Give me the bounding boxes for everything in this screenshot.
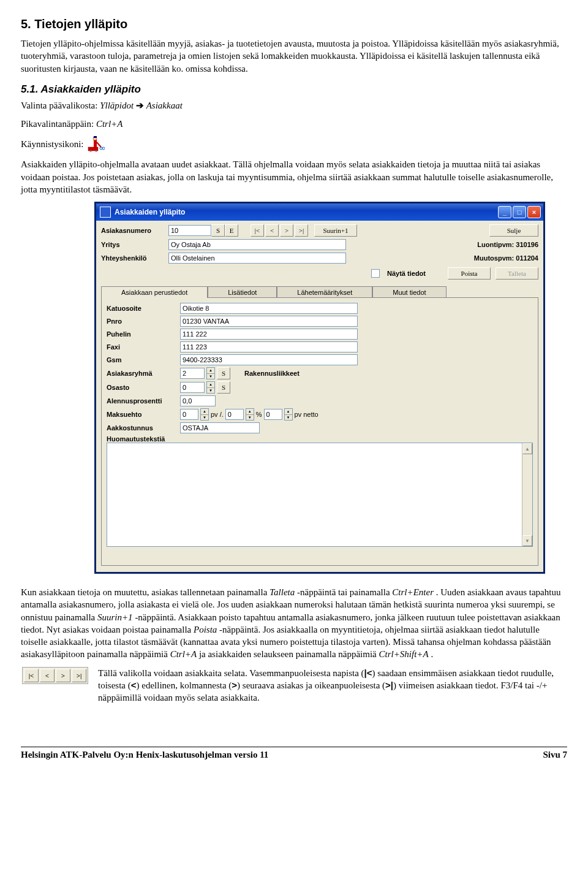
- input-puhelin[interactable]: [180, 329, 358, 340]
- memo-huomautus[interactable]: ▲ ▼: [107, 443, 533, 547]
- spin-maksuehto-b[interactable]: ▲▼: [246, 408, 254, 421]
- talleta-button[interactable]: Talleta: [496, 267, 538, 280]
- svg-rect-5: [94, 136, 97, 138]
- menu-item-2: Asiakkaat: [146, 101, 183, 110]
- input-asiakasryhma[interactable]: [180, 368, 205, 379]
- label-huom: Huomautustekstiä: [107, 435, 180, 443]
- label-maksuehto: Maksuehto: [107, 411, 180, 418]
- close-button[interactable]: ×: [527, 206, 541, 218]
- tab-muut[interactable]: Muut tiedot: [372, 286, 446, 298]
- poista-button[interactable]: Poista: [448, 267, 491, 280]
- subsection-title: 5.1. Asiakkaiden ylläpito: [21, 83, 567, 96]
- scroll-up-icon[interactable]: ▲: [522, 443, 532, 454]
- input-maksuehto-b[interactable]: [225, 409, 244, 420]
- maksuehto-text2: %: [256, 411, 262, 418]
- spin-osasto[interactable]: ▲▼: [206, 381, 215, 394]
- launch-label: Käynnistysikoni:: [21, 139, 84, 150]
- tab-lisatiedot[interactable]: Lisätiedot: [208, 286, 277, 298]
- asiakasryhma-s-button[interactable]: S: [217, 367, 230, 379]
- label-katuosoite: Katuosoite: [107, 305, 180, 312]
- maksuehto-text1: pv /.: [211, 411, 224, 418]
- nav-toolbar-inline: |< < > >|: [22, 667, 88, 684]
- sym-next: >: [232, 680, 237, 690]
- label-alennus: Alennusprosentti: [107, 397, 180, 405]
- maximize-button[interactable]: □: [513, 206, 526, 218]
- label-yhteyshenkilo: Yhteyshenkilö: [101, 254, 168, 262]
- tab-panel: Katuosoite Pnro Puhelin Faxi Gsm Asiakas…: [101, 297, 538, 566]
- nav-next-button[interactable]: >: [280, 224, 293, 237]
- asiakasryhma-name: Rakennusliikkeet: [244, 370, 300, 377]
- label-puhelin: Puhelin: [107, 330, 180, 338]
- scroll-down-icon[interactable]: ▼: [522, 535, 532, 546]
- label-asiakasnumero: Asiakasnumero: [101, 227, 168, 234]
- svg-point-7: [100, 147, 102, 150]
- svg-rect-0: [88, 147, 98, 151]
- osasto-s-button[interactable]: S: [217, 381, 230, 394]
- label-osasto: Osasto: [107, 384, 180, 391]
- label-pnro: Pnro: [107, 318, 180, 325]
- shortcut-prefix: Pikavalintanäppäin:: [21, 119, 96, 129]
- maksuehto-text3: pv netto: [295, 411, 318, 418]
- muutospvm-label: Muutospvm: 011204: [440, 254, 538, 262]
- input-maksuehto-c[interactable]: [264, 409, 282, 420]
- shortcut-key: Ctrl+A: [96, 119, 123, 129]
- launch-icon-row: Käynnistysikoni:: [21, 136, 567, 152]
- input-aakkos[interactable]: [180, 422, 260, 433]
- input-yhteyshenkilo[interactable]: [168, 253, 346, 264]
- launch-icon: [88, 136, 105, 152]
- label-gsm: Gsm: [107, 356, 180, 364]
- app-window: Asiakkaiden ylläpito _ □ × Asiakasnumero…: [94, 202, 545, 574]
- arrow-icon: ➔: [136, 101, 146, 110]
- titlebar: Asiakkaiden ylläpito _ □ ×: [96, 204, 543, 221]
- inline-nav-last[interactable]: >|: [72, 669, 86, 682]
- memo-scrollbar[interactable]: ▲ ▼: [522, 443, 532, 546]
- section-title: 5. Tietojen ylläpito: [21, 17, 567, 31]
- minimize-button[interactable]: _: [498, 206, 511, 218]
- suurin-button[interactable]: Suurin+1: [314, 224, 357, 237]
- svg-rect-3: [94, 140, 97, 147]
- input-faxi[interactable]: [180, 341, 358, 352]
- window-title: Asiakkaiden ylläpito: [115, 208, 498, 216]
- sym-last: >|: [385, 680, 393, 690]
- input-yritys[interactable]: [168, 239, 346, 250]
- label-asiakasryhma: Asiakasryhmä: [107, 370, 180, 377]
- nayta-checkbox[interactable]: [371, 269, 380, 278]
- spin-maksuehto-c[interactable]: ▲▼: [284, 408, 293, 421]
- after-para1: Kun asiakkaan tietoja on muutettu, asiak…: [21, 586, 567, 661]
- sulje-button[interactable]: Sulje: [489, 224, 538, 237]
- tab-lahetemaaritykset[interactable]: Lähetemääritykset: [277, 286, 372, 298]
- inline-nav-prev[interactable]: <: [40, 669, 55, 682]
- footer-right: Sivu 7: [543, 750, 567, 760]
- inline-nav-first[interactable]: |<: [24, 669, 39, 682]
- menu-item-1: Ylläpidot: [100, 101, 134, 110]
- input-alennus[interactable]: [180, 395, 216, 406]
- label-yritys: Yritys: [101, 241, 168, 248]
- input-gsm[interactable]: [180, 354, 358, 365]
- input-maksuehto-a[interactable]: [180, 409, 198, 420]
- nav-first-button[interactable]: |<: [251, 224, 264, 237]
- spin-asiakasryhma[interactable]: ▲▼: [206, 367, 215, 379]
- inline-nav-next[interactable]: >: [56, 669, 70, 682]
- nav-last-button[interactable]: >|: [295, 224, 308, 237]
- subsection-para1: Asiakkaiden ylläpito-ohjelmalla avataan …: [21, 158, 567, 196]
- tab-perustiedot[interactable]: Asiakkaan perustiedot: [101, 286, 208, 298]
- svg-point-8: [102, 147, 105, 150]
- input-osasto[interactable]: [180, 382, 205, 393]
- luontipvm-label: Luontipvm: 310196: [440, 241, 538, 248]
- page-footer: Helsingin ATK-Palvelu Oy:n Henix-laskutu…: [21, 747, 567, 760]
- s-button[interactable]: S: [211, 224, 225, 237]
- footer-left: Helsingin ATK-Palvelu Oy:n Henix-laskutu…: [21, 750, 268, 760]
- input-katuosoite[interactable]: [180, 303, 358, 314]
- sym-prev: <: [131, 680, 137, 690]
- app-icon: [100, 207, 111, 218]
- nav-prev-button[interactable]: <: [265, 224, 279, 237]
- input-asiakasnumero[interactable]: [168, 225, 211, 236]
- input-pnro[interactable]: [180, 316, 358, 327]
- menu-prefix: Valinta päävalikosta:: [21, 101, 100, 110]
- shortcut-line: Pikavalintanäppäin: Ctrl+A: [21, 118, 567, 130]
- tab-bar: Asiakkaan perustiedot Lisätiedot Lähetem…: [101, 286, 538, 297]
- spin-maksuehto-a[interactable]: ▲▼: [200, 408, 209, 421]
- svg-line-6: [97, 142, 101, 147]
- menu-path: Valinta päävalikosta: Ylläpidot ➔ Asiakk…: [21, 99, 567, 112]
- e-button[interactable]: E: [225, 224, 238, 237]
